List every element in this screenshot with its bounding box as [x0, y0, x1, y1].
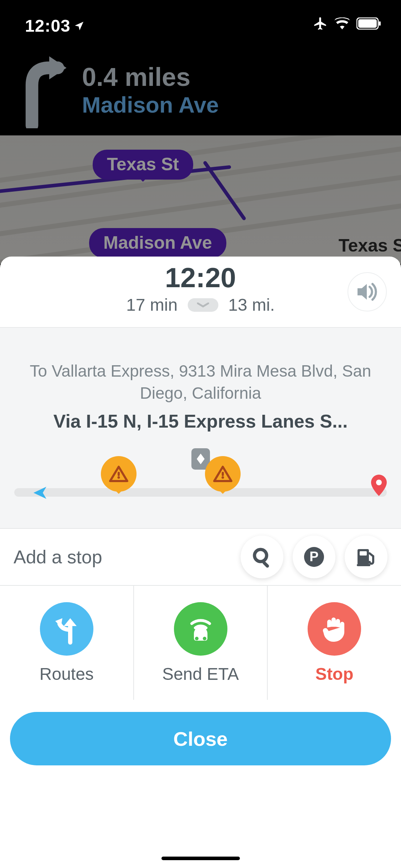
close-button-wrap: Close	[0, 700, 401, 765]
stop-button[interactable]: Stop	[268, 586, 401, 700]
status-right-icons	[313, 16, 381, 31]
svg-point-3	[117, 476, 120, 479]
stop-icon	[308, 602, 361, 656]
status-time-group: 12:03	[25, 16, 85, 36]
status-bar: 12:03	[0, 0, 401, 46]
add-stop-icon-group: P	[241, 536, 387, 578]
svg-point-5	[222, 476, 224, 479]
svg-rect-6	[222, 472, 224, 476]
add-stop-parking-button[interactable]: P	[293, 536, 335, 578]
map-area[interactable]: Texas St Madison Ave Texas S	[0, 135, 401, 264]
hazard-warning-icon[interactable]	[101, 456, 137, 499]
wifi-icon	[334, 17, 350, 30]
navigation-instruction-panel[interactable]: 0.4 miles Madison Ave	[0, 46, 401, 135]
svg-text:P: P	[309, 549, 318, 564]
current-position-icon	[32, 485, 48, 501]
progress-track	[14, 488, 387, 497]
route-progress-bar[interactable]	[14, 471, 387, 503]
bottom-sheet: 12:20 17 min 13 mi. To Vallarta Express,…	[0, 257, 401, 868]
add-stop-row: Add a stop P	[0, 529, 401, 586]
svg-point-14	[195, 637, 199, 640]
status-time: 12:03	[25, 16, 71, 36]
svg-point-7	[376, 480, 382, 485]
svg-point-15	[203, 637, 206, 640]
add-stop-label: Add a stop	[14, 546, 102, 568]
hazard-warning-icon[interactable]	[205, 456, 241, 499]
gas-pump-icon	[355, 546, 377, 568]
eta-distance: 13 mi.	[228, 295, 275, 315]
add-stop-gas-button[interactable]	[345, 536, 387, 578]
routes-icon	[40, 602, 93, 656]
svg-rect-12	[360, 551, 367, 556]
home-indicator[interactable]	[161, 857, 240, 860]
eta-center-block: 12:20 17 min 13 mi.	[126, 264, 275, 315]
stop-label: Stop	[315, 664, 354, 684]
eta-arrival-time: 12:20	[126, 264, 275, 291]
send-eta-icon	[174, 602, 227, 656]
chevron-down-icon	[197, 303, 209, 308]
eta-summary-row[interactable]: 12:20 17 min 13 mi.	[0, 257, 401, 328]
destination-pin-icon	[370, 474, 388, 498]
add-stop-search-button[interactable]	[241, 536, 283, 578]
destination-block: To Vallarta Express, 9313 Mira Mesa Blvd…	[0, 328, 401, 529]
svg-rect-1	[358, 19, 377, 28]
svg-rect-2	[379, 21, 381, 26]
eta-duration: 17 min	[126, 295, 178, 315]
close-button-label: Close	[173, 727, 228, 750]
nav-instruction-text: 0.4 miles Madison Ave	[82, 64, 219, 118]
turn-right-arrow-icon	[16, 53, 77, 128]
battery-icon	[356, 17, 381, 30]
actions-row: Routes Send ETA Stop	[0, 586, 401, 700]
svg-point-8	[255, 549, 267, 562]
routes-button[interactable]: Routes	[0, 586, 134, 700]
destination-address: To Vallarta Express, 9313 Mira Mesa Blvd…	[14, 360, 387, 404]
nav-street-name: Madison Ave	[82, 92, 219, 118]
sheet-drag-handle[interactable]	[187, 298, 218, 312]
send-eta-button[interactable]: Send ETA	[134, 586, 268, 700]
destination-via-route: Via I-15 N, I-15 Express Lanes S...	[14, 410, 387, 432]
speaker-icon	[356, 282, 378, 302]
send-eta-label: Send ETA	[162, 664, 239, 684]
svg-rect-4	[118, 472, 120, 476]
svg-rect-13	[357, 564, 370, 566]
airplane-mode-icon	[313, 16, 328, 31]
parking-icon: P	[303, 546, 325, 568]
routes-label: Routes	[40, 664, 94, 684]
location-arrow-icon	[73, 20, 85, 32]
nav-distance: 0.4 miles	[82, 64, 219, 90]
search-icon	[251, 546, 273, 568]
eta-sub-row: 17 min 13 mi.	[126, 295, 275, 315]
sound-toggle-button[interactable]	[348, 272, 387, 311]
close-button[interactable]: Close	[10, 712, 391, 765]
